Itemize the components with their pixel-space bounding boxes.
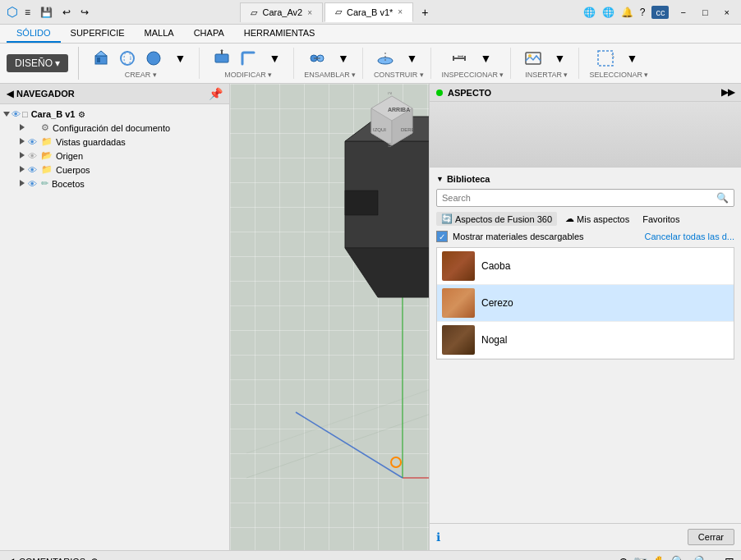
seleccionar-more-btn[interactable]: ▼ — [619, 48, 644, 69]
crear-more-btn[interactable]: ▼ — [168, 48, 192, 69]
app-logo: ⬡ — [7, 4, 18, 20]
info-icon[interactable]: ℹ — [436, 530, 440, 544]
revolve-icon — [118, 49, 136, 67]
downloadable-checkbox[interactable]: ✓ — [436, 231, 448, 242]
design-button[interactable]: DISEÑO ▾ — [7, 54, 68, 72]
save-icon[interactable]: 💾 — [37, 5, 56, 20]
material-item-caoba[interactable]: Caoba — [437, 248, 734, 285]
more-icon: ▼ — [623, 49, 641, 67]
measure-icon: ⟷ — [450, 49, 468, 67]
biblioteca-section: ▼ Biblioteca 🔍 🔄 Aspectos de Fusion 360 … — [430, 168, 741, 366]
pencil-icon: ✏ — [41, 178, 48, 189]
nav-item-label: Origen — [56, 151, 83, 161]
bell-icon[interactable]: 🔔 — [621, 7, 633, 18]
tab-herramientas[interactable]: HERRAMIENTAS — [234, 25, 325, 43]
minimize-button[interactable]: − — [675, 6, 690, 19]
material-item-cerezo[interactable]: Cerezo — [437, 285, 734, 322]
tool-camera[interactable]: 📷 — [633, 555, 647, 561]
more-icon: ▼ — [476, 49, 495, 67]
tool-grid[interactable]: ⊞ — [725, 555, 734, 561]
tool-move[interactable]: ⊕ — [619, 555, 628, 561]
nav-arrow — [16, 124, 28, 132]
tab-malla[interactable]: MALLA — [135, 25, 184, 43]
globe-icon[interactable]: 🌐 — [583, 7, 596, 18]
nav-back-icon[interactable]: ◀ — [7, 89, 13, 99]
material-item-nogal[interactable]: Nogal — [437, 322, 734, 359]
nav-eye[interactable]: 👁 — [12, 109, 21, 119]
tab-close[interactable]: × — [307, 8, 312, 17]
tool-hand[interactable]: ✋ — [652, 555, 666, 561]
view-cube[interactable]: ARRIBA IZQUI DERE S N — [363, 92, 421, 149]
search-input[interactable] — [442, 193, 716, 203]
crear-revolve-btn[interactable] — [115, 48, 140, 69]
modificar-fillet-btn[interactable] — [236, 48, 260, 69]
tab-superficie[interactable]: SUPERFICIE — [61, 25, 135, 43]
nav-eye[interactable]: 👁 — [28, 165, 39, 175]
lib-tab-favoritos[interactable]: Favoritos — [637, 213, 684, 226]
search-box[interactable]: 🔍 — [436, 189, 734, 207]
undo-icon[interactable]: ↩ — [59, 5, 74, 20]
nav-left-icon[interactable]: ◀ — [7, 556, 14, 561]
maximize-button[interactable]: □ — [697, 6, 713, 19]
lib-tab-mis-aspectos[interactable]: ☁ Mis aspectos — [560, 212, 634, 226]
svg-marker-8 — [220, 49, 223, 51]
close-button[interactable]: × — [720, 6, 734, 19]
svg-marker-31 — [345, 190, 378, 215]
nav-root-cara-b[interactable]: 👁 □ Cara_B v1 ⚙ — [0, 108, 229, 121]
nav-item-origen[interactable]: 👁 📂 Origen — [0, 149, 229, 163]
tab-solido[interactable]: SÓLIDO — [7, 25, 61, 43]
construir-more-btn[interactable]: ▼ — [399, 48, 424, 69]
nav-pin-icon[interactable]: 📌 — [209, 87, 223, 100]
nav-item-cuerpos[interactable]: 👁 📁 Cuerpos — [0, 163, 229, 177]
new-tab-button[interactable]: + — [415, 2, 435, 22]
nav-eye[interactable]: 👁 — [28, 151, 39, 161]
navigator-title: NAVEGADOR — [16, 89, 75, 99]
redo-icon[interactable]: ↪ — [77, 5, 92, 20]
ensamblar-more-btn[interactable]: ▼ — [331, 48, 356, 69]
inspeccionar-measure-btn[interactable]: ⟷ — [447, 48, 472, 69]
cerrar-button[interactable]: Cerrar — [688, 529, 734, 545]
user-avatar[interactable]: cc — [651, 6, 669, 19]
nav-arrow — [16, 166, 28, 174]
crear-sphere-btn[interactable] — [141, 48, 166, 69]
construir-plane-btn[interactable] — [373, 48, 398, 69]
cloud-icon[interactable]: 🌐 — [602, 7, 614, 18]
more-icon: ▼ — [265, 49, 283, 67]
library-tabs: 🔄 Aspectos de Fusion 360 ☁ Mis aspectos … — [436, 212, 734, 226]
tool-zoom[interactable]: 🔍 — [671, 555, 685, 561]
search-icon[interactable]: 🔍 — [716, 192, 729, 204]
tool-zoom-more[interactable]: 🔎 — [690, 555, 704, 561]
material-name-nogal: Nogal — [481, 334, 507, 346]
seleccionar-select-btn[interactable] — [593, 48, 618, 69]
insertar-image-btn[interactable] — [521, 48, 545, 69]
refresh-icon: 🔄 — [441, 213, 453, 224]
tab-close[interactable]: × — [398, 7, 403, 16]
comments-add-icon[interactable]: ⊕ — [90, 556, 99, 561]
crear-extrude-btn[interactable] — [89, 48, 113, 69]
nav-item-bocetos[interactable]: 👁 ✏ Bocetos — [0, 177, 229, 190]
viewport[interactable]: ARRIBA IZQUI DERE S N — [230, 84, 429, 550]
nav-item-config[interactable]: ⚙ Configuración del documento — [0, 121, 229, 135]
modificar-more-btn[interactable]: ▼ — [262, 48, 287, 69]
ensamblar-joint-btn[interactable] — [305, 48, 329, 69]
svg-text:ARRIBA: ARRIBA — [388, 107, 410, 112]
tab-chapa[interactable]: CHAPA — [184, 25, 234, 43]
tab-cara-av2[interactable]: ▱ Cara_Av2 × — [240, 2, 323, 22]
tool-display[interactable]: ▭ — [709, 555, 720, 561]
material-name-caoba: Caoba — [481, 260, 510, 272]
lib-tab-fusion[interactable]: 🔄 Aspectos de Fusion 360 — [436, 212, 557, 226]
nav-settings-icon[interactable]: ⚙ — [78, 110, 85, 119]
tab-cara-bv1[interactable]: ▱ Cara_B v1* × — [324, 2, 413, 22]
modificar-press-btn[interactable] — [209, 48, 234, 69]
inspeccionar-more-btn[interactable]: ▼ — [473, 48, 498, 69]
insertar-more-btn[interactable]: ▼ — [547, 48, 572, 69]
menu-icon[interactable]: ≡ — [21, 5, 34, 20]
lib-tab-fusion-label: Aspectos de Fusion 360 — [455, 214, 552, 224]
nav-eye[interactable]: 👁 — [28, 179, 39, 189]
aspect-expand-icon[interactable]: ▶▶ — [721, 87, 734, 98]
nav-item-vistas[interactable]: 👁 📁 Vistas guardadas — [0, 135, 229, 149]
svg-text:N: N — [388, 92, 392, 95]
cancel-downloadable-link[interactable]: Cancelar todas las d... — [645, 232, 734, 241]
nav-eye[interactable]: 👁 — [28, 137, 39, 147]
help-icon[interactable]: ? — [640, 7, 646, 18]
